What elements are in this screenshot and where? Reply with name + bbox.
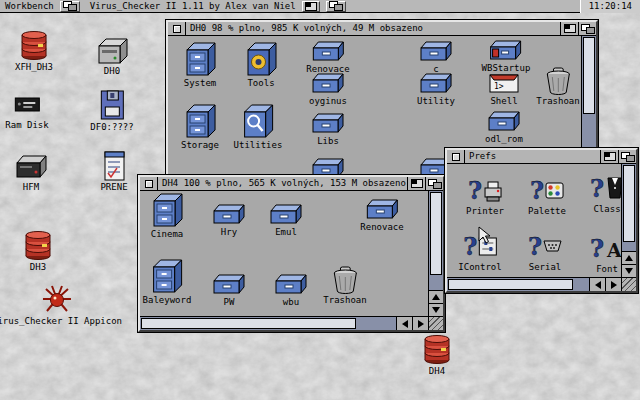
resize-gadget[interactable] (621, 277, 636, 291)
scrollbar-track[interactable] (140, 317, 396, 330)
scroll-up-button[interactable] (622, 251, 636, 264)
icon-odl-rom[interactable]: odl_rom (485, 108, 523, 145)
scroll-right-button[interactable] (412, 317, 428, 330)
svg-text:?: ? (468, 176, 482, 205)
icon-serial[interactable]: ?Serial (527, 228, 563, 273)
svg-text:A: A (606, 239, 621, 261)
icon-pw[interactable]: PW (211, 271, 247, 308)
zoom-gadget[interactable] (407, 177, 425, 190)
scroll-left-button[interactable] (396, 317, 412, 330)
mouse-pointer (478, 226, 494, 246)
dh0-titlebar[interactable]: DH0 98 % plno, 985 K volných, 49 M obsaz… (168, 22, 596, 36)
icon-system[interactable]: System (182, 40, 218, 89)
icon-label: XFH_DH3 (15, 62, 53, 73)
scroll-left-button[interactable] (589, 278, 605, 291)
disk-icon (20, 230, 56, 262)
scroll-right-button[interactable] (605, 278, 621, 291)
icon-baleyword[interactable]: Baleyword (143, 257, 192, 306)
icon-oyginus[interactable]: oyginus (309, 70, 347, 107)
icon-font[interactable]: ?AFont (589, 230, 621, 275)
scrollbar-knob[interactable] (623, 165, 635, 242)
icon-hry[interactable]: Hry (211, 201, 247, 238)
scrollbar-knob[interactable] (448, 279, 573, 290)
icon-label: Renovace (360, 222, 403, 233)
icon-wbstartup[interactable]: WBStartup (482, 37, 531, 74)
scroll-up-button[interactable] (429, 290, 443, 303)
icon-virus-checker-ii-appicon[interactable]: Virus_Checker II Appicon (0, 282, 122, 327)
icon-wbu[interactable]: wbu (273, 271, 309, 308)
drawer-icon (211, 201, 247, 227)
depth-icon (329, 1, 343, 11)
pref-printer-icon: ? (467, 172, 503, 206)
scrollbar-track[interactable] (622, 164, 636, 251)
depth-gadget[interactable] (618, 150, 636, 163)
vertical-scrollbar[interactable] (621, 164, 636, 277)
icon-prene[interactable]: PRENE (96, 150, 132, 193)
close-gadget[interactable] (447, 150, 465, 163)
close-icon (145, 180, 153, 188)
icon-libs[interactable]: Libs (310, 110, 346, 147)
icon-ram-disk[interactable]: Ram Disk (5, 88, 48, 131)
icon-emul[interactable]: Emul (268, 201, 304, 238)
chip-icon (9, 88, 45, 120)
drawer-icon (310, 70, 346, 96)
icon-utilities[interactable]: Utilities (234, 102, 283, 151)
icon-cinema[interactable]: Cinema (149, 191, 185, 240)
scrollbar-track[interactable] (447, 278, 589, 291)
arrow-right-icon (418, 320, 424, 328)
scroll-down-button[interactable] (622, 264, 636, 277)
icon-hfm[interactable]: HFM (13, 150, 49, 193)
depth-gadget[interactable] (425, 177, 443, 190)
zoom-gadget[interactable] (560, 22, 578, 35)
depth-gadget[interactable] (578, 22, 596, 35)
icon-trashoan[interactable]: Trashoan (536, 66, 579, 107)
scrollbar-track[interactable] (429, 191, 443, 290)
arrow-down-icon (432, 307, 440, 313)
dh4-titlebar[interactable]: DH4 100 % plno, 565 K volných, 153 M obs… (140, 177, 443, 191)
svg-text:?: ? (530, 176, 544, 205)
zoom-icon (411, 179, 423, 188)
icon-utility[interactable]: Utility (417, 70, 455, 107)
workbench-gadget[interactable] (60, 1, 80, 12)
close-icon (452, 153, 460, 161)
icon-printer[interactable]: ?Printer (466, 172, 504, 217)
icon-dh3[interactable]: DH3 (20, 230, 56, 273)
vertical-scrollbar[interactable] (428, 191, 443, 316)
horizontal-scrollbar[interactable] (140, 316, 428, 330)
scrollbar-knob[interactable] (141, 318, 356, 329)
icon-label: HFM (23, 182, 39, 193)
icon-xfh-dh3[interactable]: XFH_DH3 (15, 30, 53, 73)
icon-class[interactable]: ?Class (589, 170, 621, 215)
tools-icon (243, 40, 279, 78)
icon-label: Utilities (234, 140, 283, 151)
window-prefs: Prefs ?Printer?Palette?Class?IControl?Se… (445, 148, 638, 293)
depth-icon (621, 152, 635, 162)
icon-label: Hry (221, 227, 237, 238)
icon-dh4[interactable]: DH4 (419, 334, 455, 377)
virus-icon (39, 282, 75, 316)
prefs-titlebar[interactable]: Prefs (447, 150, 636, 164)
icon-tools[interactable]: Tools (243, 40, 279, 89)
resize-gadget[interactable] (428, 316, 443, 330)
icon-shell[interactable]: 1>Shell (486, 70, 522, 107)
arrow-left-icon (595, 281, 601, 289)
scrollbar-knob[interactable] (430, 192, 442, 275)
icon-palette[interactable]: ?Palette (528, 172, 566, 217)
icon-df0[interactable]: DF0:???? (90, 88, 133, 133)
arrow-up-icon (432, 294, 440, 300)
icon-trashoan[interactable]: Trashoan (323, 265, 366, 306)
zoom-gadget[interactable] (600, 150, 618, 163)
icon-dh0[interactable]: DH0 (94, 34, 130, 77)
app-zoom-gadget[interactable] (302, 1, 320, 12)
close-icon (173, 25, 181, 33)
close-gadget[interactable] (140, 177, 158, 190)
app-depth-gadget[interactable] (326, 1, 346, 12)
close-gadget[interactable] (168, 22, 186, 35)
scrollbar-knob[interactable] (583, 37, 595, 114)
horizontal-scrollbar[interactable] (447, 277, 621, 291)
icon-renovace[interactable]: Renovace (360, 196, 403, 233)
icon-storage[interactable]: Storage (181, 102, 219, 151)
drawer-icon (364, 196, 400, 222)
scroll-down-button[interactable] (429, 303, 443, 316)
depth-icon (428, 179, 442, 189)
